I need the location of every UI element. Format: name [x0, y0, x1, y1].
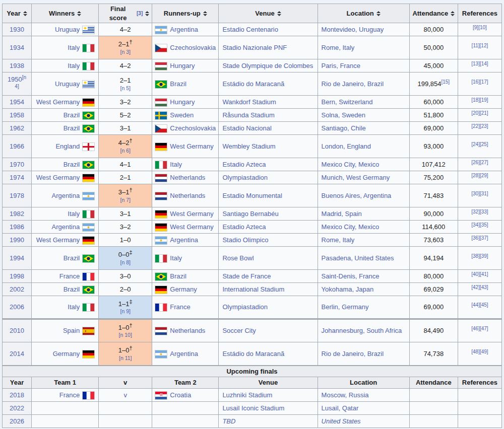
runner-up-link[interactable]: Brazil: [170, 80, 186, 88]
reference-link[interactable]: [38][39]: [471, 253, 488, 258]
flag-icon-czechoslovakia[interactable]: [155, 44, 167, 52]
year-link[interactable]: 2010: [10, 327, 24, 334]
location-link[interactable]: Rio de Janeiro, Brazil: [322, 350, 384, 358]
winner-link[interactable]: Uruguay: [55, 26, 80, 33]
location-link[interactable]: Berlin, Germany: [322, 303, 369, 311]
flag-icon-brazil[interactable]: [83, 125, 94, 132]
year-link[interactable]: 1990: [10, 236, 24, 244]
runner-up-link[interactable]: Netherlands: [170, 327, 205, 334]
runner-up-link[interactable]: Czechoslovakia: [170, 124, 216, 132]
winner-link[interactable]: Brazil: [64, 124, 80, 132]
col-header-attendance[interactable]: Attendance: [409, 4, 458, 23]
score-note-link[interactable]: [n 9]: [120, 308, 131, 314]
winner-link[interactable]: Italy: [68, 303, 80, 311]
location-link[interactable]: United States: [322, 417, 361, 425]
runner-up-link[interactable]: Netherlands: [170, 174, 205, 181]
flag-icon-argentina[interactable]: [83, 224, 94, 231]
venue-link[interactable]: Stadio Nazionale PNF: [222, 44, 287, 51]
year-link[interactable]: 2002: [10, 285, 24, 293]
location-link[interactable]: Munich, West Germany: [322, 174, 390, 181]
flag-icon-italy[interactable]: [83, 62, 94, 70]
flag-icon-italy[interactable]: [83, 44, 94, 52]
flag-icon-italy[interactable]: [83, 304, 94, 311]
reference-link[interactable]: [34][35]: [471, 222, 488, 227]
venue-link[interactable]: Soccer City: [222, 327, 256, 334]
col-header-location[interactable]: Location: [318, 4, 409, 23]
runner-up-link[interactable]: West Germany: [170, 142, 213, 150]
runner-up-link[interactable]: West Germany: [170, 210, 213, 218]
year-link[interactable]: 2006: [10, 303, 24, 311]
flag-icon-france[interactable]: [155, 304, 167, 311]
runner-up-link[interactable]: Argentina: [170, 26, 198, 33]
score-note-link[interactable]: [n 5]: [120, 85, 131, 91]
flag-icon-italy[interactable]: [155, 255, 167, 262]
col-header-runners-up[interactable]: Runners-up: [152, 4, 219, 23]
flag-icon-italy[interactable]: [155, 161, 167, 169]
year-link[interactable]: 1994: [10, 254, 24, 262]
runner-up-link[interactable]: France: [170, 303, 190, 311]
score-note-link[interactable]: [n 10]: [119, 332, 132, 338]
winner-link[interactable]: Spain: [63, 327, 80, 334]
location-link[interactable]: Mexico City, Mexico: [322, 223, 380, 231]
year-link[interactable]: 1982: [10, 210, 24, 218]
runner-up-link[interactable]: Germany: [170, 285, 197, 293]
winner-link[interactable]: West Germany: [36, 174, 80, 181]
winner-link[interactable]: Italy: [68, 210, 80, 218]
runner-up-link[interactable]: Argentina: [170, 350, 198, 358]
location-link[interactable]: Bern, Switzerland: [322, 98, 373, 106]
team1-link[interactable]: France: [59, 391, 80, 399]
flag-icon-france[interactable]: [83, 273, 94, 280]
venue-link[interactable]: Stadio Olimpico: [222, 236, 268, 244]
flag-icon-germany[interactable]: [83, 99, 94, 106]
score-note-link[interactable]: [n 8]: [120, 259, 131, 265]
year-link[interactable]: 1958: [10, 111, 24, 119]
flag-icon-netherlands[interactable]: [155, 174, 167, 182]
flag-icon-netherlands[interactable]: [155, 327, 167, 335]
winner-link[interactable]: Uruguay: [55, 80, 80, 88]
score-note-link[interactable]: [n 3]: [120, 49, 131, 55]
winner-link[interactable]: France: [59, 272, 80, 280]
reference-link[interactable]: [18][19]: [471, 97, 488, 102]
flag-icon-brazil[interactable]: [155, 81, 167, 88]
winner-link[interactable]: Brazil: [64, 161, 80, 168]
runner-up-link[interactable]: Italy: [170, 254, 182, 262]
venue-link[interactable]: Lusail Iconic Stadium: [222, 404, 284, 412]
venue-link[interactable]: Santiago Bernabéu: [222, 210, 278, 218]
flag-icon-argentina[interactable]: [155, 237, 167, 244]
location-link[interactable]: Rio de Janeiro, Brazil: [322, 80, 384, 88]
attendance-note-ref[interactable]: [15]: [441, 79, 450, 84]
col-header-winners[interactable]: Winners: [32, 4, 99, 23]
location-link[interactable]: Paris, France: [322, 62, 360, 69]
flag-icon-argentina[interactable]: [155, 26, 167, 34]
reference-link[interactable]: [11][12]: [472, 42, 488, 48]
reference-link[interactable]: [20][21]: [471, 110, 488, 115]
location-link[interactable]: Mexico City, Mexico: [322, 161, 380, 168]
attendance-note-link[interactable]: [15]: [441, 79, 450, 84]
score-note-link[interactable]: [n 6]: [120, 148, 131, 154]
winner-link[interactable]: Argentina: [52, 223, 80, 231]
venue-link[interactable]: International Stadium: [222, 285, 284, 293]
header-note-ref[interactable]: [3]: [137, 11, 143, 16]
runner-up-link[interactable]: West Germany: [170, 223, 213, 231]
flag-icon-italy[interactable]: [83, 210, 94, 218]
year-link[interactable]: 2018: [10, 391, 24, 399]
runner-up-link[interactable]: Czechoslovakia: [170, 44, 216, 51]
flag-icon-hungary[interactable]: [155, 62, 167, 70]
winner-link[interactable]: Brazil: [64, 285, 80, 293]
location-link[interactable]: Madrid, Spain: [322, 210, 362, 218]
year-link[interactable]: 1986: [10, 223, 24, 231]
reference-link[interactable]: [13][14]: [471, 60, 488, 66]
score-note-link[interactable]: [n 11]: [119, 355, 132, 361]
team2-link[interactable]: Croatia: [170, 391, 191, 399]
runner-up-link[interactable]: Hungary: [170, 98, 195, 106]
flag-icon-germany[interactable]: [155, 210, 167, 218]
flag-icon-uruguay[interactable]: [83, 81, 94, 88]
col-header-year[interactable]: Year: [3, 4, 32, 23]
reference-link[interactable]: [36][37]: [471, 235, 488, 240]
flag-icon-hungary[interactable]: [155, 99, 167, 106]
runner-up-link[interactable]: Brazil: [170, 272, 186, 280]
runner-up-link[interactable]: Sweden: [170, 111, 194, 119]
year-link[interactable]: 1962: [10, 124, 24, 132]
year-link[interactable]: 2014: [10, 350, 24, 358]
year-link[interactable]: 1970: [10, 161, 24, 168]
